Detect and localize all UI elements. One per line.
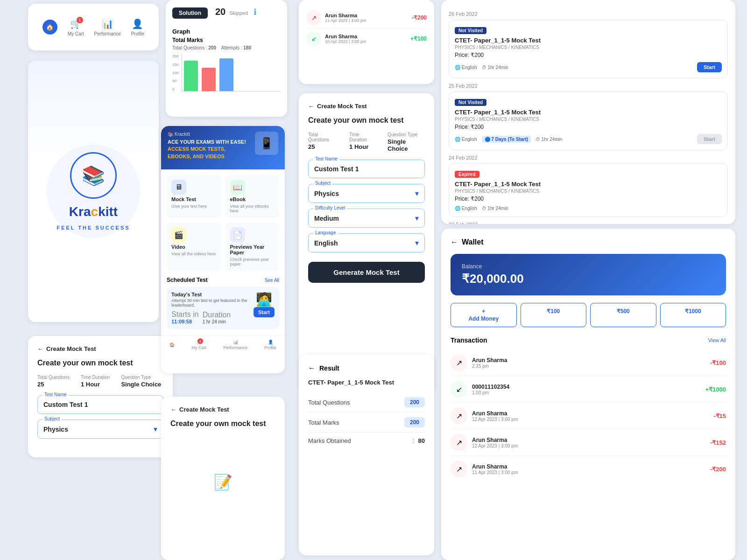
cart-bottom-badge: 4 <box>197 338 203 344</box>
subject-label-left: Subject <box>42 416 62 421</box>
mock-title-2: CTET- Paper_1_1-5 Mock Test <box>455 109 722 116</box>
transaction-item: ↗ Arun Sharma 11 Apr 2023 | 3:00 pm -₹20… <box>306 7 427 28</box>
badge-not-visited-1: Not Visited <box>455 27 486 34</box>
wallet-header: ← Wallet <box>451 238 726 246</box>
profile-nav-item[interactable]: 👤 Profile <box>131 18 144 36</box>
form-meta-left: Total Questions 25 Time Duration 1 Hour … <box>37 375 163 388</box>
start-test-button[interactable]: Start <box>254 307 275 317</box>
logo-panel: 📚 Krackitt FEEL THE SUCCESS <box>28 61 159 322</box>
wallet-trans-2: ↙ 000011102354 1:00 pm +₹1000 <box>451 376 726 403</box>
wallet-title: Wallet <box>462 238 484 246</box>
wtrans-name-2: 000011102354 <box>472 384 509 390</box>
difficulty-field-center[interactable]: Difficulty Level Medium ▾ <box>308 209 425 228</box>
promo-line2: ACCESS MOCK TESTS, <box>168 146 246 153</box>
result-colon: : <box>413 437 415 444</box>
quick-1000-button[interactable]: ₹1000 <box>660 303 726 327</box>
wallet-trans-1: ↗ Arun Sharma 2:35 pm -₹100 <box>451 350 726 376</box>
home-nav-item[interactable]: 🏠 <box>42 20 57 35</box>
wtrans-time-5: 11 Apr 2023 | 3:00 pm <box>472 470 518 475</box>
back-btn-center[interactable]: ← Create Mock Test <box>308 103 425 110</box>
back-label-left: Create Mock Test <box>46 345 96 352</box>
mock-sub-1: PHYSICS / MECHANICS / KINEMATICS <box>455 45 722 50</box>
ebook-sub: View all your eBooks here <box>230 204 275 213</box>
menu-item-video[interactable]: 🎬 Video View all the videos here <box>167 223 221 271</box>
mock-test-item-1: Not Visited CTET- Paper_1_1-5 Mock Test … <box>449 20 728 78</box>
test-name-field-center[interactable]: Test Name <box>308 160 425 178</box>
tq-label-c: Total Questions <box>308 132 338 142</box>
wtrans-name-4: Arun Sharma <box>472 437 518 443</box>
result-back-icon[interactable]: ← <box>308 364 316 372</box>
duration-value: 1 hr 24 min <box>203 319 231 324</box>
home-icon[interactable]: 🏠 <box>42 20 57 35</box>
result-row-tm: Total Marks 200 <box>308 413 425 433</box>
result-tm-label: Total Marks <box>308 419 339 426</box>
menu-item-previews[interactable]: 📄 Previews Year Paper Check previews yea… <box>226 223 280 271</box>
scheduled-title: Scheduled Test <box>167 277 208 283</box>
wtrans-avatar-4: ↗ <box>451 434 467 451</box>
back-button-left[interactable]: ← Create Mock Test <box>37 345 163 352</box>
wallet-back-icon[interactable]: ← <box>451 238 458 246</box>
mock-create-left-panel: ← Create Mock Test Create your own mock … <box>28 336 173 457</box>
language-field-center[interactable]: Language English ▾ <box>308 233 425 252</box>
starts-value: 11:09:58 <box>171 319 199 324</box>
time-tag-3: ⏱ 1hr 24min <box>482 206 508 211</box>
test-name-input-center[interactable] <box>314 165 419 173</box>
generate-mock-test-button[interactable]: Generate Mock Test <box>308 262 425 283</box>
view-all-button[interactable]: View All <box>708 337 726 343</box>
see-all-button[interactable]: See All <box>265 278 279 283</box>
trans-avatar-in: ↙ <box>306 31 321 46</box>
wallet-trans-3: ↗ Arun Sharma 12 Apr 2023 | 3:00 pm -₹15 <box>451 403 726 429</box>
result-mo-value: 80 <box>418 437 425 444</box>
result-tq-label: Total Questions <box>308 399 350 406</box>
days-tag-2: 🔵 7 Days (To Start) <box>482 136 531 143</box>
test-card-title: Today's Test <box>171 292 250 297</box>
video-icon: 🎬 <box>171 227 186 242</box>
menu-item-ebook[interactable]: 📖 eBook View all your eBooks here <box>226 175 280 218</box>
form-title-small: Create your own mock test <box>170 420 275 428</box>
result-test-name: CTET- Paper_1_1-5 Mock Test <box>308 379 425 386</box>
lang-tag-1: 🌐 English <box>455 65 477 70</box>
wtrans-avatar-5: ↗ <box>451 461 467 477</box>
back-btn-small[interactable]: ← Create Mock Test <box>170 406 275 413</box>
chevron-icon-lang: ▾ <box>415 238 419 247</box>
subject-val-c: Physics <box>314 190 339 197</box>
transaction-item-2: ↙ Arun Sharma 10 Apr 2023 | 3:00 pm +₹10… <box>306 28 427 49</box>
date-label-4: 23 Feb 2022 <box>449 222 728 224</box>
performance-label: Performance <box>94 31 121 36</box>
subject-field-center[interactable]: Subject Physics ▾ <box>308 184 425 203</box>
wallet-trans-5: ↗ Arun Sharma 11 Apr 2023 | 3:00 pm -₹20… <box>451 456 726 482</box>
qt-label-left: Question Type <box>121 375 161 380</box>
bottom-nav-home[interactable]: 🏠 <box>169 343 175 347</box>
td-val-c: 1 Hour <box>349 143 376 150</box>
trans-name-2: Arun Sharma <box>325 34 366 39</box>
bottom-nav-performance[interactable]: 📊 Performance <box>223 340 247 350</box>
bar-wrong <box>202 68 216 91</box>
quick-500-button[interactable]: ₹500 <box>590 303 656 327</box>
bottom-nav-cart[interactable]: 🛒 4 My Cart <box>192 340 207 350</box>
bottom-nav-profile[interactable]: 👤 Profile <box>264 340 276 350</box>
chart-title: Total Marks <box>172 37 281 43</box>
back-label-center: Create Mock Test <box>317 103 367 110</box>
subject-field-left[interactable]: Subject Physics ▾ <box>37 420 163 439</box>
start-btn-1[interactable]: Start <box>697 62 722 72</box>
add-money-button[interactable]: + Add Money <box>451 303 517 327</box>
wtrans-time-3: 12 Apr 2023 | 3:00 pm <box>472 417 518 422</box>
solution-button[interactable]: Solution <box>172 7 208 19</box>
quick-100-button[interactable]: ₹100 <box>521 303 587 327</box>
test-name-input-left[interactable] <box>43 401 157 408</box>
chevron-icon-diff: ▾ <box>415 214 419 223</box>
cart-nav-item[interactable]: 🛒 1 My Cart <box>68 18 84 36</box>
wtrans-amount-3: -₹15 <box>713 413 726 420</box>
menu-item-mock-test[interactable]: 🖥 Mock Test Give your test here <box>167 175 221 218</box>
bar-attempt <box>219 58 233 91</box>
cart-bottom-label: My Cart <box>192 345 207 350</box>
back-arrow-small: ← <box>170 406 176 413</box>
mock-title-3: CTET- Paper_1_1-5 Mock Test <box>455 181 722 188</box>
mock-create-small-panel: ← Create Mock Test Create your own mock … <box>161 397 285 560</box>
trans-date-1: 11 Apr 2023 | 3:00 pm <box>325 18 366 23</box>
test-name-field-left[interactable]: Test Name <box>37 395 163 414</box>
trans-amount-2: +₹100 <box>410 35 427 42</box>
promo-line3: EBOOKS, AND VIDEOS <box>168 153 246 160</box>
performance-nav-item[interactable]: 📊 Performance <box>94 18 121 36</box>
start-btn-2-disabled[interactable]: Start <box>697 134 722 144</box>
